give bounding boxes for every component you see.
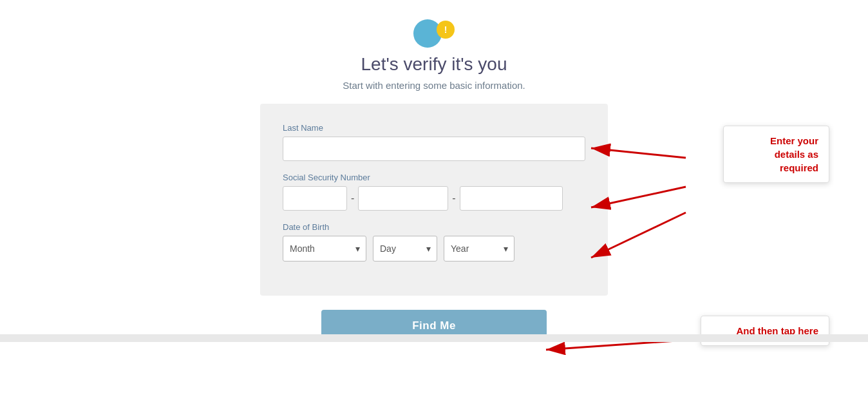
last-name-label: Last Name (283, 123, 585, 133)
avatar-yellow: ! (437, 21, 455, 39)
last-name-group: Last Name (283, 123, 585, 161)
day-select-wrapper: Day (373, 236, 437, 262)
year-select-wrapper: Year (444, 236, 514, 262)
ssn-group: Social Security Number - - (283, 173, 585, 211)
callout-details-box: Enter yourdetails asrequired (723, 126, 829, 183)
ssn-input-part1[interactable] (283, 186, 347, 211)
year-select[interactable]: Year (444, 236, 514, 262)
month-select-wrapper: Month JanuaryFebruaryMarch AprilMayJune … (283, 236, 366, 262)
last-name-input[interactable] (283, 137, 585, 161)
form-card: Last Name Social Security Number - - Dat… (260, 104, 608, 296)
bottom-bar (0, 334, 868, 342)
page-wrapper: ! Let's verify it's you Start with enter… (0, 0, 868, 342)
ssn-input-part3[interactable] (460, 186, 563, 211)
page-subtitle: Start with entering some basic informati… (343, 80, 525, 91)
dob-group: Date of Birth Month JanuaryFebruaryMarch… (283, 222, 585, 262)
callout-details-text: Enter yourdetails asrequired (734, 134, 818, 175)
dob-row: Month JanuaryFebruaryMarch AprilMayJune … (283, 236, 585, 262)
ssn-input-part2[interactable] (358, 186, 448, 211)
ssn-row: - - (283, 186, 585, 211)
month-select[interactable]: Month JanuaryFebruaryMarch AprilMayJune … (283, 236, 366, 262)
dob-label: Date of Birth (283, 222, 585, 232)
ssn-dash-2: - (452, 193, 455, 204)
page-title: Let's verify it's you (361, 54, 507, 75)
ssn-label: Social Security Number (283, 173, 585, 182)
ssn-dash-1: - (351, 193, 354, 204)
avatar-area: ! (413, 19, 455, 48)
day-select[interactable]: Day (373, 236, 437, 262)
